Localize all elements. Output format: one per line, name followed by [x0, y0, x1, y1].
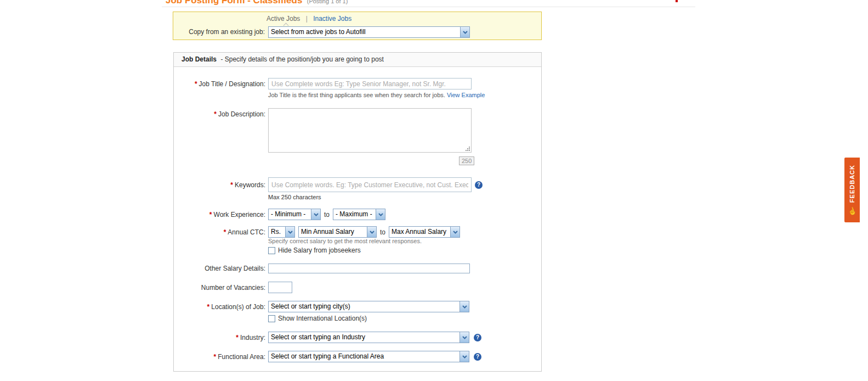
required-asterisk: *: [214, 110, 217, 118]
work-experience-label: Work Experience:: [214, 211, 265, 218]
required-asterisk: *: [230, 181, 233, 189]
feedback-tab[interactable]: FEEDBACK ☝: [844, 158, 860, 222]
title-divider: [162, 7, 695, 7]
functional-area-help-icon[interactable]: ?: [474, 353, 481, 361]
chevron-down-icon: [459, 332, 469, 343]
chevron-down-icon: [285, 227, 294, 237]
thumbs-up-icon: ☝: [847, 205, 858, 216]
job-details-subheading: - Specify details of the position/job yo…: [220, 55, 384, 63]
industry-select-value: Select or start typing an Industry: [269, 332, 459, 343]
keywords-helper-text: Max 250 characters: [268, 194, 321, 200]
hide-salary-label: Hide Salary from jobseekers: [278, 246, 361, 254]
chevron-down-icon: [311, 209, 320, 220]
work-experience-max-value: - Maximum -: [333, 209, 376, 220]
required-asterisk: *: [236, 334, 239, 341]
job-title-label: Job Title / Designation:: [199, 80, 265, 88]
ctc-max-select[interactable]: Max Annual Salary: [389, 226, 460, 238]
location-label: Location(s) of Job:: [211, 303, 265, 311]
tab-active-jobs[interactable]: Active Jobs: [266, 15, 300, 23]
keywords-input[interactable]: [268, 177, 472, 192]
copy-from-existing-job-box: Active Jobs | Inactive Jobs Copy from an…: [173, 12, 542, 40]
copy-from-select[interactable]: Select from active jobs to Autofill: [268, 26, 470, 38]
chevron-down-icon: [450, 227, 459, 237]
job-posting-page: Job Posting Form - Classifieds (Posting …: [0, 0, 868, 381]
functional-area-label: Functional Area:: [218, 353, 265, 361]
page-title: Job Posting Form - Classifieds (Posting …: [166, 0, 348, 6]
chevron-down-icon: [376, 209, 385, 220]
industry-select[interactable]: Select or start typing an Industry: [268, 332, 469, 343]
chevron-down-icon: [459, 301, 469, 312]
job-description-char-counter: 250: [459, 156, 474, 165]
copy-from-label: Copy from an existing job:: [173, 28, 265, 36]
keywords-help-icon[interactable]: ?: [475, 181, 483, 189]
vacancies-label: Number of Vacancies:: [174, 284, 265, 292]
required-asterisk: *: [207, 303, 210, 311]
ctc-currency-select[interactable]: Rs.: [268, 226, 295, 238]
work-experience-to-text: to: [324, 211, 330, 218]
functional-area-select-value: Select or start typing a Functional Area: [269, 351, 459, 362]
work-experience-min-value: - Minimum -: [269, 209, 311, 220]
annual-ctc-label: Annual CTC:: [228, 228, 265, 236]
tab-separator: |: [306, 15, 308, 23]
clipped-red-marker: [676, 0, 678, 2]
required-asterisk: *: [224, 228, 226, 236]
job-details-header: Job Details - Specify details of the pos…: [174, 53, 541, 67]
ctc-to-text: to: [380, 228, 385, 236]
job-details-heading: Job Details: [181, 55, 217, 63]
job-description-textarea-frame: [268, 108, 472, 153]
location-select[interactable]: Select or start typing city(s): [268, 301, 469, 312]
chevron-down-icon: [367, 227, 376, 237]
ctc-max-value: Max Annual Salary: [389, 227, 450, 237]
view-example-link[interactable]: View Example: [447, 92, 485, 98]
chevron-down-icon: [460, 27, 469, 37]
other-salary-input[interactable]: [268, 264, 470, 273]
required-asterisk: *: [195, 80, 197, 88]
feedback-label: FEEDBACK: [849, 165, 855, 203]
job-description-label: Job Description:: [218, 110, 265, 118]
ctc-helper-text: Specify correct salary to get the most r…: [268, 238, 422, 244]
location-select-value: Select or start typing city(s): [269, 301, 459, 312]
industry-label: Industry:: [240, 334, 265, 341]
other-salary-label: Other Salary Details:: [174, 265, 265, 272]
ctc-currency-value: Rs.: [269, 227, 285, 237]
hide-salary-checkbox[interactable]: [268, 247, 275, 254]
ctc-min-value: Min Annual Salary: [299, 227, 367, 237]
vacancies-input[interactable]: [268, 282, 292, 293]
job-title-input[interactable]: [268, 78, 472, 89]
chevron-down-icon: [459, 351, 469, 362]
functional-area-select[interactable]: Select or start typing a Functional Area: [268, 351, 469, 362]
keywords-label: Keywords:: [235, 181, 265, 189]
job-source-tabs: Active Jobs | Inactive Jobs: [266, 15, 351, 23]
international-locations-checkbox[interactable]: [268, 315, 275, 322]
posting-count: (Posting 1 of 1): [307, 0, 348, 4]
job-title-helper-text: Job Title is the first thing applicants …: [268, 92, 445, 98]
ctc-min-select[interactable]: Min Annual Salary: [298, 226, 377, 238]
copy-from-select-value: Select from active jobs to Autofill: [269, 27, 460, 37]
job-details-panel: Job Details - Specify details of the pos…: [173, 52, 542, 372]
job-description-textarea[interactable]: [269, 109, 471, 152]
work-experience-max-select[interactable]: - Maximum -: [333, 209, 385, 220]
industry-help-icon[interactable]: ?: [474, 334, 481, 341]
international-locations-label: Show International Location(s): [278, 315, 367, 322]
page-title-text: Job Posting Form - Classifieds: [166, 0, 302, 5]
required-asterisk: *: [209, 211, 212, 218]
required-asterisk: *: [214, 353, 217, 361]
work-experience-min-select[interactable]: - Minimum -: [268, 209, 321, 220]
tab-inactive-jobs[interactable]: Inactive Jobs: [313, 15, 351, 23]
